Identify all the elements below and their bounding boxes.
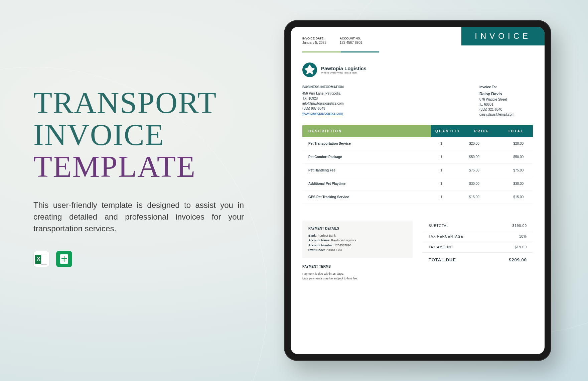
taxpct-label: TAX PERCENTAGE [429, 235, 463, 238]
bank-value: Purrfect Bank [318, 234, 336, 237]
billto-heading: Invoice To: [479, 85, 533, 90]
billto-phone: (555) 321-6540 [479, 107, 533, 112]
hero-description: This user-friendly template is designed … [33, 200, 244, 234]
billto-name: Daisy Davis [479, 91, 533, 97]
item-price: $15.00 [458, 195, 490, 199]
table-row: Additional Pet Playtime1$30.00$30.00 [302, 177, 533, 190]
terms-line2: Late payments may be subject to late fee… [302, 276, 413, 281]
invoice-document: INVOICE DATE: January 5, 2023 ACCOUNT NO… [291, 27, 545, 354]
business-website-link[interactable]: www.pawtopialogistics.com [302, 112, 343, 115]
invoice-date-label: INVOICE DATE: [302, 37, 326, 40]
business-phone: (555) 987-6543 [302, 106, 344, 111]
terms-line1: Payment is due within 15 days. [302, 271, 413, 276]
table-row: Pet Transportation Service1$20.00$20.00 [302, 137, 533, 150]
due-label: TOTAL DUE [429, 257, 456, 262]
account-value: 123-4567-8901 [340, 41, 362, 44]
company-row: Pawtopia Logistics Where Every Wag Tells… [302, 62, 533, 77]
table-row: Pet Handling Fee1$75.00$75.00 [302, 164, 533, 177]
swift-label: Swift Code: [308, 248, 325, 252]
acctname-label: Account Name: [308, 239, 330, 242]
table-row: Pet Comfort Package1$50.00$50.00 [302, 150, 533, 164]
tablet-frame: INVOICE DATE: January 5, 2023 ACCOUNT NO… [284, 20, 551, 361]
account-label: ACCOUNT NO. [340, 37, 362, 40]
item-price: $50.00 [458, 155, 490, 159]
due-value: $209.00 [509, 257, 527, 262]
terms-title: PAYMENT TERMS [302, 264, 413, 269]
billto-addr2: IL, 60601 [479, 102, 533, 107]
billto-email: daisy.davis@email.com [479, 112, 533, 117]
item-qty: 1 [425, 142, 458, 145]
billto-addr1: 876 Waggle Street [479, 97, 533, 102]
title-line-1: TRANSPORT [33, 87, 244, 119]
account-block: ACCOUNT NO. 123-4567-8901 [340, 37, 362, 44]
item-total: $50.00 [491, 155, 527, 159]
item-qty: 1 [425, 195, 458, 199]
app-icons [33, 251, 244, 267]
item-price: $30.00 [458, 182, 490, 185]
taxamt-label: TAX AMOUNT [429, 245, 453, 249]
business-addr2: TX, 10928 [302, 96, 344, 101]
swift-value: PURRUS33 [326, 248, 342, 252]
item-total: $75.00 [491, 168, 527, 172]
col-description: DESCRIPTION [302, 125, 431, 137]
business-addr1: 456 Purr Lane, Petropolis, [302, 91, 344, 96]
item-desc: Additional Pet Playtime [308, 182, 425, 185]
item-qty: 1 [425, 155, 458, 159]
sheets-grid-glyph [61, 256, 67, 262]
invoice-date-block: INVOICE DATE: January 5, 2023 [302, 37, 326, 44]
taxpct-value: 10% [519, 235, 527, 238]
bottom-area: PAYMENT DETAILS Bank: Purrfect Bank Acco… [302, 221, 533, 281]
title-line-2: INVOICE [33, 119, 244, 151]
item-qty: 1 [425, 168, 458, 172]
payment-terms: PAYMENT TERMS Payment is due within 15 d… [302, 264, 413, 281]
google-sheets-icon[interactable] [56, 251, 72, 267]
business-email: info@pawtopialogistics.com [302, 101, 344, 106]
item-desc: Pet Transportation Service [308, 142, 425, 145]
invoice-date-value: January 5, 2023 [302, 41, 326, 44]
title-line-3: TEMPLATE [33, 151, 244, 183]
subtotal-value: $190.00 [512, 224, 527, 228]
payment-title: PAYMENT DETAILS [308, 226, 407, 231]
business-block: BUSINESS INFORMATION 456 Purr Lane, Petr… [302, 85, 344, 117]
invoice-meta: INVOICE DATE: January 5, 2023 ACCOUNT NO… [302, 37, 362, 44]
item-total: $30.00 [491, 182, 527, 185]
billto-block: Invoice To: Daisy Davis 876 Waggle Stree… [479, 85, 533, 117]
excel-icon[interactable] [33, 251, 49, 267]
item-desc: GPS Pet Tracking Service [308, 195, 425, 199]
item-total: $15.00 [491, 195, 527, 199]
col-total: TOTAL [499, 125, 533, 137]
info-row: BUSINESS INFORMATION 456 Purr Lane, Petr… [302, 85, 533, 117]
taxamt-value: $19.00 [514, 245, 527, 249]
excel-grid-glyph [41, 254, 47, 265]
item-price: $75.00 [458, 168, 490, 172]
accent-bar [302, 51, 379, 52]
acctnum-value: 1234567890 [334, 244, 351, 247]
company-tagline: Where Every Wag Tells a Tale! [321, 71, 366, 74]
item-total: $20.00 [491, 142, 527, 145]
table-header: DESCRIPTION QUANTITY PRICE TOTAL [302, 125, 533, 137]
totals-block: SUBTOTAL$190.00 TAX PERCENTAGE10% TAX AM… [423, 221, 533, 281]
item-price: $20.00 [458, 142, 490, 145]
company-name: Pawtopia Logistics [321, 66, 366, 71]
acctnum-label: Account Number: [308, 244, 334, 247]
company-logo-icon [302, 62, 317, 77]
acctname-value: Pawtopia Logistics [331, 239, 356, 242]
line-items: Pet Transportation Service1$20.00$20.00P… [302, 137, 533, 204]
col-price: PRICE [465, 125, 499, 137]
invoice-badge: INVOICE [461, 27, 545, 45]
item-desc: Pet Comfort Package [308, 155, 425, 159]
item-desc: Pet Handling Fee [308, 168, 425, 172]
business-heading: BUSINESS INFORMATION [302, 85, 344, 90]
payment-details: PAYMENT DETAILS Bank: Purrfect Bank Acco… [302, 221, 413, 258]
bank-label: Bank: [308, 234, 317, 237]
col-quantity: QUANTITY [431, 125, 465, 137]
hero-panel: TRANSPORT INVOICE TEMPLATE This user-fri… [33, 87, 244, 267]
subtotal-label: SUBTOTAL [429, 224, 449, 228]
invoice-header: INVOICE DATE: January 5, 2023 ACCOUNT NO… [302, 37, 533, 45]
table-row: GPS Pet Tracking Service1$15.00$15.00 [302, 190, 533, 204]
item-qty: 1 [425, 182, 458, 185]
